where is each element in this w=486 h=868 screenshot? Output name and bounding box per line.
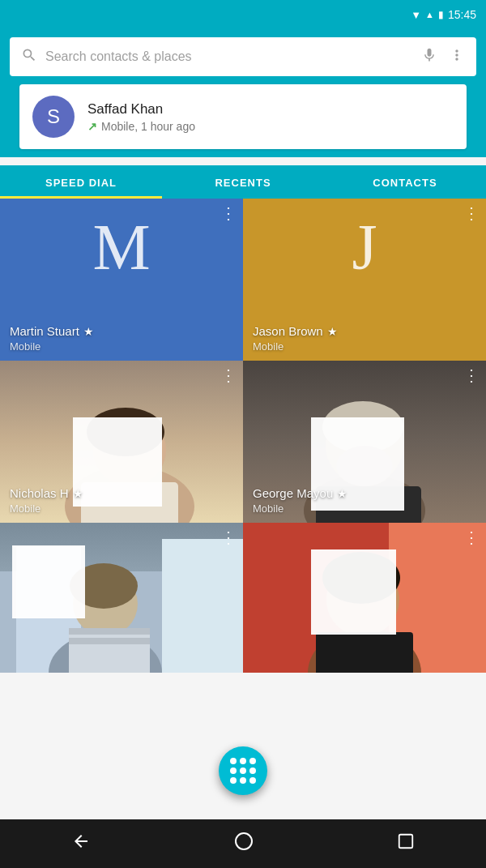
svg-rect-23 [316,632,413,673]
speed-dial-row3-right[interactable]: ⋮ [243,523,486,673]
svg-rect-15 [69,628,150,673]
row3-left-photo [0,523,243,673]
tab-recents[interactable]: RECENTS [162,165,324,199]
privacy-block-nicholas [73,417,162,507]
speed-dial-row3-left[interactable]: ⋮ [0,523,243,673]
nav-back-button[interactable] [65,825,97,862]
speed-dial-george[interactable]: ⋮ George Mayou ★ Mobile [243,361,486,523]
call-arrow-icon: ↗ [87,120,97,133]
speed-dial-grid: M ⋮ Martin Stuart ★ Mobile J ⋮ Jason Bro… [0,199,486,673]
star-jason: ★ [327,325,338,338]
avatar: S [32,96,75,138]
recent-info: Saffad Khan ↗ Mobile, 1 hour ago [87,101,454,133]
cell-more-martin[interactable]: ⋮ [220,205,237,221]
recent-name: Saffad Khan [87,101,454,118]
speed-dial-jason[interactable]: J ⋮ Jason Brown ★ Mobile [243,199,486,361]
mic-icon[interactable] [421,47,437,67]
cell-more-row3left[interactable]: ⋮ [220,529,237,545]
speed-dial-martin[interactable]: M ⋮ Martin Stuart ★ Mobile [0,199,243,361]
cell-name-jason: Jason Brown ★ [253,324,338,338]
dialpad-icon [230,758,256,784]
svg-rect-16 [69,628,150,635]
search-icon [21,47,37,67]
signal-icon: ▲ [425,10,434,19]
cell-more-nicholas[interactable]: ⋮ [220,367,237,383]
star-george: ★ [337,487,347,500]
cell-more-row3right[interactable]: ⋮ [463,529,480,545]
star-nicholas: ★ [73,487,83,500]
cell-type-jason: Mobile [253,340,284,353]
bottom-nav [0,819,486,868]
cell-name-george: George Mayou ★ [253,486,347,500]
cell-name-martin: Martin Stuart ★ [10,324,94,338]
row3-right-photo [243,523,486,673]
status-time: 15:45 [448,8,476,21]
cell-type-george: Mobile [253,502,284,515]
wifi-icon: ▼ [411,9,421,21]
search-placeholder: Search contacts & places [45,49,413,64]
cell-type-martin: Mobile [10,340,40,353]
tabs-bar: SPEED DIAL RECENTS CONTACTS [0,165,486,199]
recent-sub-text: Mobile, 1 hour ago [101,120,195,133]
battery-icon: ▮ [438,9,444,20]
recent-contact-card[interactable]: S Saffad Khan ↗ Mobile, 1 hour ago [19,84,467,149]
status-bar: ▼ ▲ ▮ 15:45 [0,0,486,29]
cell-type-nicholas: Mobile [10,502,40,515]
svg-point-24 [236,833,252,849]
svg-rect-17 [69,638,150,644]
more-options-icon[interactable] [449,47,465,67]
cell-letter-m: M [92,215,150,280]
svg-rect-11 [162,539,243,673]
nav-home-button[interactable] [228,825,260,862]
speed-dial-nicholas[interactable]: ⋮ Nicholas H ★ Mobile [0,361,243,523]
cell-name-nicholas: Nicholas H ★ [10,486,83,500]
recent-detail: ↗ Mobile, 1 hour ago [87,120,454,133]
cell-more-george[interactable]: ⋮ [463,367,480,383]
star-martin: ★ [83,325,94,338]
status-icons: ▼ ▲ ▮ 15:45 [411,8,476,21]
cell-more-jason[interactable]: ⋮ [463,205,480,221]
privacy-block-row3left [12,545,85,618]
privacy-block-row3right [311,549,396,635]
search-bar[interactable]: Search contacts & places [10,37,476,76]
tab-speed-dial[interactable]: SPEED DIAL [0,165,162,199]
tab-contacts[interactable]: CONTACTS [324,165,486,199]
svg-rect-25 [399,835,412,849]
cell-letter-j: J [352,215,377,280]
nav-recents-button[interactable] [390,826,421,862]
search-bar-container: Search contacts & places [0,29,486,84]
fab-dialpad[interactable] [219,746,267,795]
